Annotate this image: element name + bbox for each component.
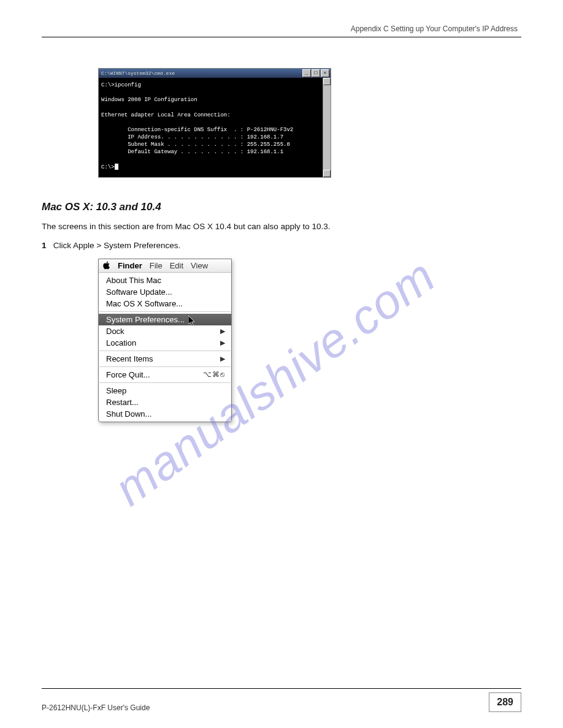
shortcut-label: ⌥⌘⎋ [203, 370, 225, 379]
close-button[interactable]: × [321, 69, 329, 77]
cmd-window: C:\WINNT\system32\cmd.exe _ □ × C:\>ipco… [98, 68, 331, 178]
page-footer: P-2612HNU(L)-FxF User's Guide 289 [42, 688, 521, 712]
menubar-view[interactable]: View [191, 261, 208, 270]
menu-dock[interactable]: Dock▶ [99, 325, 231, 337]
chevron-right-icon: ▶ [220, 355, 225, 363]
menu-sleep[interactable]: Sleep [99, 385, 231, 396]
menubar-edit[interactable]: Edit [170, 261, 183, 270]
menu-shut-down[interactable]: Shut Down... [99, 408, 231, 420]
cmd-title: C:\WINNT\system32\cmd.exe [100, 70, 175, 76]
apple-logo-icon[interactable] [102, 261, 110, 270]
step-1: 1 Click Apple > System Preferences. [42, 240, 521, 252]
maximize-button[interactable]: □ [312, 69, 320, 77]
minimize-button[interactable]: _ [302, 69, 311, 77]
menu-system-preferences[interactable]: System Preferences... [99, 314, 231, 325]
menu-about-this-mac[interactable]: About This Mac [99, 275, 231, 286]
cmd-body: C:\>ipconfig Windows 2000 IP Configurati… [99, 78, 331, 177]
chevron-right-icon: ▶ [220, 339, 225, 347]
menu-location[interactable]: Location▶ [99, 337, 231, 349]
menu-force-quit[interactable]: Force Quit...⌥⌘⎋ [99, 369, 231, 381]
chevron-right-icon: ▶ [220, 327, 225, 335]
menu-software-update[interactable]: Software Update... [99, 286, 231, 298]
menubar-file[interactable]: File [150, 261, 163, 270]
page-number: 289 [489, 692, 521, 712]
page-header-right: Appendix C Setting up Your Computer's IP… [42, 25, 521, 33]
section-intro: The screens in this section are from Mac… [42, 221, 521, 233]
cmd-titlebar: C:\WINNT\system32\cmd.exe _ □ × [99, 69, 331, 78]
footer-rule [42, 688, 521, 689]
header-rule [42, 37, 521, 37]
cmd-scrollbar[interactable] [323, 78, 331, 177]
menubar-finder[interactable]: Finder [118, 261, 142, 270]
footer-left: P-2612HNU(L)-FxF User's Guide [42, 703, 150, 712]
step-text: Click Apple > System Preferences. [53, 241, 180, 250]
cmd-cursor [115, 164, 118, 170]
menu-restart[interactable]: Restart... [99, 396, 231, 408]
apple-menu: Finder File Edit View About This Mac Sof… [98, 259, 232, 422]
cmd-output: C:\>ipconfig Windows 2000 IP Configurati… [101, 82, 293, 170]
section-heading: Mac OS X: 10.3 and 10.4 [42, 201, 521, 213]
mac-menubar: Finder File Edit View [99, 259, 231, 273]
menu-macosx-software[interactable]: Mac OS X Software... [99, 298, 231, 309]
menu-recent-items[interactable]: Recent Items▶ [99, 353, 231, 365]
step-number: 1 [42, 241, 47, 250]
